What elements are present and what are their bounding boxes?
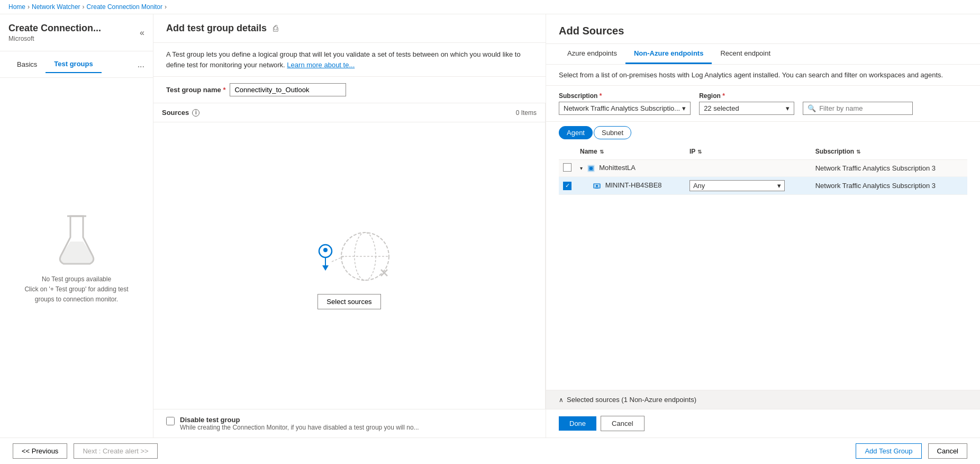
subscription-value: Network Traffic Analytics Subscriptio... bbox=[564, 104, 680, 112]
sidebar-title: Create Connection... bbox=[8, 23, 101, 34]
tab-recent-endpoint[interactable]: Recent endpoint bbox=[712, 44, 779, 64]
test-group-name-input[interactable] bbox=[230, 83, 346, 96]
tab-non-azure-endpoints[interactable]: Non-Azure endpoints bbox=[625, 44, 712, 64]
region-value: 22 selected bbox=[704, 104, 784, 112]
subscription-label: Subscription * bbox=[559, 92, 691, 100]
table-select-all-header bbox=[559, 144, 576, 160]
sidebar: Create Connection... Microsoft « Basics … bbox=[0, 14, 153, 438]
region-dropdown-arrow: ▾ bbox=[786, 104, 790, 112]
row-ip-cell bbox=[685, 160, 811, 177]
panel-header: Add test group details ⎙ bbox=[153, 14, 546, 43]
disable-test-group-row: Disable test group While creating the Co… bbox=[153, 409, 546, 438]
add-sources-description: Select from a list of on-premises hosts … bbox=[546, 65, 980, 86]
th-ip: IP ⇅ bbox=[685, 144, 811, 160]
add-sources-cancel-button[interactable]: Cancel bbox=[601, 416, 644, 431]
panel-title: Add test group details bbox=[166, 23, 267, 34]
ip-dropdown[interactable]: Any ▾ bbox=[689, 180, 785, 191]
sources-destinations: Sources i 0 Items bbox=[153, 103, 546, 409]
print-icon[interactable]: ⎙ bbox=[273, 24, 278, 33]
breadcrumb-create-connection-monitor[interactable]: Create Connection Monitor bbox=[87, 3, 162, 11]
subnet-toggle-button[interactable]: Subnet bbox=[594, 126, 631, 139]
test-group-name-label: Test group name * bbox=[166, 86, 225, 94]
sources-header: Sources i 0 Items bbox=[153, 103, 545, 122]
sidebar-item-basics[interactable]: Basics bbox=[8, 56, 46, 73]
subscription-dropdown[interactable]: Network Traffic Analytics Subscriptio...… bbox=[559, 102, 691, 115]
panel-description: A Test group lets you define a logical g… bbox=[153, 43, 546, 77]
tab-azure-endpoints[interactable]: Azure endpoints bbox=[559, 44, 625, 64]
sidebar-header: Create Connection... Microsoft « bbox=[0, 14, 153, 51]
name-sort-icon: ⇅ bbox=[600, 149, 604, 155]
table-row: ▾ MohittestLA bbox=[559, 160, 967, 177]
disable-test-group-label: Disable test group bbox=[180, 416, 240, 424]
sidebar-item-test-groups[interactable]: Test groups bbox=[46, 56, 101, 73]
flask-icon bbox=[24, 211, 130, 274]
select-sources-button[interactable]: Select sources bbox=[317, 294, 380, 309]
sources-count: 0 Items bbox=[516, 109, 537, 117]
svg-point-13 bbox=[589, 167, 593, 170]
region-label: Region * bbox=[699, 92, 794, 100]
svg-line-10 bbox=[332, 256, 344, 262]
row-subscription: Network Traffic Analytics Subscription 3 bbox=[815, 182, 936, 190]
row-ip-cell: Any ▾ bbox=[685, 177, 811, 195]
center-panel: Add test group details ⎙ A Test group le… bbox=[153, 14, 546, 438]
sidebar-more-button[interactable]: ... bbox=[138, 56, 144, 73]
search-icon: 🔍 bbox=[807, 104, 816, 112]
svg-point-16 bbox=[596, 185, 598, 187]
svg-point-7 bbox=[323, 248, 328, 252]
agent-toggle-button[interactable]: Agent bbox=[559, 126, 593, 139]
row-subscription-cell: Network Traffic Analytics Subscription 3 bbox=[811, 177, 967, 195]
region-dropdown[interactable]: 22 selected ▾ bbox=[699, 102, 794, 115]
breadcrumb-network-watcher[interactable]: Network Watcher bbox=[32, 3, 80, 11]
disable-test-group-desc: While creating the Connection Monitor, i… bbox=[180, 424, 419, 431]
row-checkbox[interactable] bbox=[563, 163, 571, 172]
ip-value: Any bbox=[693, 182, 705, 190]
add-sources-panel: Add Sources Azure endpoints Non-Azure en… bbox=[546, 14, 980, 438]
filter-row: Subscription * Network Traffic Analytics… bbox=[546, 86, 980, 122]
disable-test-group-checkbox[interactable] bbox=[166, 417, 175, 425]
add-test-group-button[interactable]: Add Test Group bbox=[856, 443, 921, 459]
sources-info-icon[interactable]: i bbox=[192, 109, 199, 117]
selected-sources-label: Selected sources (1 Non-Azure endpoints) bbox=[567, 396, 696, 404]
breadcrumb-home[interactable]: Home bbox=[8, 3, 25, 11]
filter-by-name-search[interactable]: 🔍 bbox=[803, 102, 913, 115]
region-filter-group: Region * 22 selected ▾ bbox=[699, 92, 794, 115]
previous-button[interactable]: << Previous bbox=[13, 443, 67, 459]
row-subscription-cell: Network Traffic Analytics Subscription 3 bbox=[811, 160, 967, 177]
add-sources-tabs: Azure endpoints Non-Azure endpoints Rece… bbox=[546, 44, 980, 65]
learn-more-link[interactable]: Learn more about te... bbox=[287, 61, 355, 69]
sidebar-empty-state: No Test groups availableClick on '+ Test… bbox=[0, 78, 153, 438]
sources-panel: Sources i 0 Items bbox=[153, 103, 546, 409]
test-group-name-row: Test group name * bbox=[153, 77, 546, 103]
add-sources-bottom-actions: Done Cancel bbox=[546, 409, 980, 438]
bottom-bar: << Previous Next : Create alert >> Add T… bbox=[0, 438, 980, 464]
svg-marker-9 bbox=[322, 265, 329, 271]
sources-title: Sources i bbox=[162, 109, 199, 117]
row-name: MohittestLA bbox=[599, 164, 636, 172]
ip-dropdown-arrow: ▾ bbox=[777, 182, 781, 190]
add-sources-header: Add Sources bbox=[546, 14, 980, 44]
done-button[interactable]: Done bbox=[559, 416, 596, 431]
sources-content: Select sources bbox=[153, 122, 545, 409]
filter-name-input[interactable] bbox=[819, 104, 908, 112]
row-checkbox-cell bbox=[559, 160, 576, 177]
bottom-cancel-button[interactable]: Cancel bbox=[928, 443, 967, 459]
row-checkbox-checked[interactable] bbox=[563, 182, 571, 190]
add-sources-title: Add Sources bbox=[559, 25, 967, 37]
row-expand-chevron[interactable]: ▾ bbox=[580, 165, 583, 171]
workspace-icon bbox=[587, 164, 595, 173]
sources-table: Name ⇅ IP ⇅ Subscription bbox=[559, 144, 967, 195]
subscription-sort-icon: ⇅ bbox=[856, 149, 860, 155]
sidebar-empty-text: No Test groups availableClick on '+ Test… bbox=[24, 274, 128, 305]
sidebar-collapse-button[interactable]: « bbox=[140, 28, 144, 38]
next-button[interactable]: Next : Create alert >> bbox=[74, 443, 157, 459]
row-name: MININT-HB4SBE8 bbox=[605, 181, 662, 189]
sources-table-container: Name ⇅ IP ⇅ Subscription bbox=[546, 144, 980, 390]
row-name-cell: ▾ MohittestLA bbox=[576, 160, 685, 177]
selected-sources-bar: ∧ Selected sources (1 Non-Azure endpoint… bbox=[546, 390, 980, 409]
sources-table-body: ▾ MohittestLA bbox=[559, 160, 967, 195]
network-illustration bbox=[296, 222, 402, 285]
selected-sources-chevron[interactable]: ∧ bbox=[559, 396, 564, 404]
subscription-dropdown-arrow: ▾ bbox=[682, 104, 686, 112]
table-row: MININT-HB4SBE8 Any ▾ Network Traffic Ana… bbox=[559, 177, 967, 195]
table-header-row: Name ⇅ IP ⇅ Subscription bbox=[559, 144, 967, 160]
